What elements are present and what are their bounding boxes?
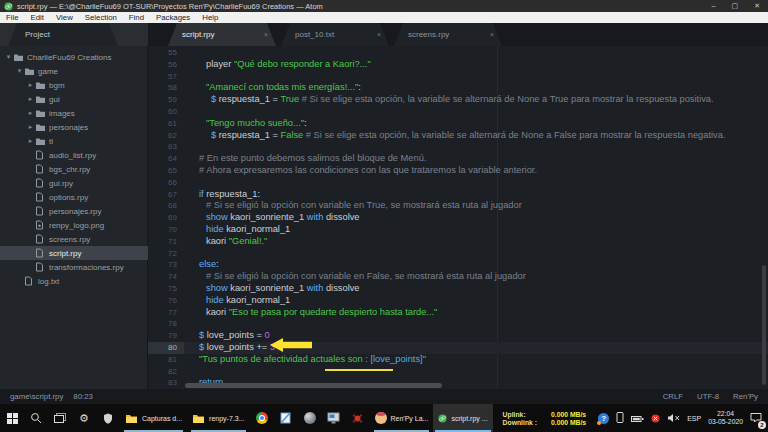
red-app-button[interactable] (346, 404, 370, 432)
tree-item-gui-rpy[interactable]: gui.rpy (0, 176, 148, 190)
tree-item-game[interactable]: ▾game (0, 64, 148, 78)
tab-close-icon[interactable]: × (377, 31, 381, 38)
code-line-79[interactable]: 79$ love_points = 0 (148, 330, 768, 342)
menu-find[interactable]: Find (123, 12, 150, 23)
grammar-indicator[interactable]: Ren'Py (733, 392, 758, 401)
code-line-61[interactable]: 61"Tengo mucho sueño...": (148, 118, 768, 130)
code-line-82[interactable]: 82 (148, 366, 768, 378)
tab-close-icon[interactable]: × (264, 31, 268, 38)
atom-task[interactable]: script.rpy ... (433, 404, 492, 432)
maximize-button[interactable]: ▢ (732, 2, 739, 10)
tree-item-gui[interactable]: ▸gui (0, 92, 148, 106)
code-line-69[interactable]: 69show kaori_sonriente_1 with dissolve (148, 212, 768, 224)
menu-packages[interactable]: Packages (150, 12, 196, 23)
code-line-72[interactable]: 72 (148, 248, 768, 260)
tree-item-transformaciones-rpy[interactable]: transformaciones.rpy (0, 260, 148, 274)
code-line-73[interactable]: 73else: (148, 259, 768, 271)
code-line-81[interactable]: 81"Tus puntos de afectividad actuales so… (148, 354, 768, 366)
tree-item-screens-rpy[interactable]: screens.rpy (0, 232, 148, 246)
text-editor[interactable]: 5556player "Qué debo responder a Kaori?.… (148, 46, 768, 389)
tree-item-images[interactable]: ▸images (0, 106, 148, 120)
tab-script-rpy[interactable]: script.rpy× (168, 23, 276, 46)
tab-project[interactable]: Project (8, 23, 118, 46)
tree-item-bgm[interactable]: ▸bgm (0, 78, 148, 92)
code-line-59[interactable]: 59$ respuesta_1 = True # Si se elige est… (148, 94, 768, 106)
line-number: 68 (148, 200, 184, 212)
tab-screens-rpy[interactable]: screens.rpy× (394, 23, 502, 46)
menu-view[interactable]: View (50, 12, 79, 23)
code-line-74[interactable]: 74# Si se eligió la opción con variable … (148, 271, 768, 283)
tab-close-icon[interactable]: × (490, 31, 494, 38)
monitor-app-button[interactable] (322, 404, 346, 432)
renpy-launcher-task[interactable]: Ren'Py La... (370, 404, 434, 432)
chevron-right-icon[interactable]: ▸ (26, 81, 35, 89)
task-view-button[interactable] (48, 404, 72, 432)
tree-item-options-rpy[interactable]: options.rpy (0, 190, 148, 204)
tab-post-10-txt[interactable]: post_10.txt× (281, 23, 389, 46)
start-button[interactable] (0, 404, 24, 432)
code-line-67[interactable]: 67if respuesta_1: (148, 189, 768, 201)
chrome-button[interactable] (250, 404, 274, 432)
code-line-66[interactable]: 66 (148, 177, 768, 189)
tree-item-personajes-rpy[interactable]: personajes.rpy (0, 204, 148, 218)
code-line-65[interactable]: 65# Ahora expresaremos las condiciones c… (148, 165, 768, 177)
code-line-57[interactable]: 57 (148, 71, 768, 83)
phone-tray-icon[interactable] (616, 409, 624, 427)
search-button[interactable] (24, 404, 48, 432)
tree-item-script-rpy[interactable]: script.rpy (0, 246, 148, 260)
chevron-right-icon[interactable]: ▸ (26, 137, 35, 145)
code-line-80[interactable]: 80$ love_points += 3 (148, 342, 768, 354)
folder-capturas-task[interactable]: Capturas d... (120, 404, 187, 432)
defender-button[interactable] (96, 404, 120, 432)
encoding-indicator[interactable]: UTF-8 (697, 392, 719, 401)
tree-item-audio-list-rpy[interactable]: audio_list.rpy (0, 148, 148, 162)
help-tray-icon[interactable]: ? (598, 413, 609, 424)
code-line-55[interactable]: 55 (148, 47, 768, 59)
sphere-app-button[interactable] (298, 404, 322, 432)
code-line-60[interactable]: 60 (148, 106, 768, 118)
menu-help[interactable]: Help (196, 12, 224, 23)
notepad-button[interactable] (274, 404, 298, 432)
battery-tray-icon[interactable] (631, 409, 644, 427)
horizontal-scrollbar[interactable] (185, 383, 442, 388)
network-speed-monitor[interactable]: Uplink: 0.000 MB/s Downlink : 0.000 MB/s (495, 404, 595, 432)
settings-button[interactable]: ⚙ (72, 404, 96, 432)
menu-selection[interactable]: Selection (79, 12, 123, 23)
language-indicator[interactable]: ESP (687, 415, 701, 422)
tree-item-charliefuu69-creations[interactable]: ▾CharlieFuu69 Creations (0, 50, 148, 64)
vertical-scrollbar[interactable] (762, 265, 766, 385)
action-center-icon[interactable]: 2 (750, 409, 764, 427)
code-line-70[interactable]: 70hide kaori_normal_1 (148, 224, 768, 236)
menu-edit[interactable]: Edit (25, 12, 50, 23)
code-line-78[interactable]: 78 (148, 318, 768, 330)
tree-item-tl[interactable]: ▸tl (0, 134, 148, 148)
tree-item-log-txt[interactable]: log.txt (0, 274, 148, 288)
tree-item-personajes[interactable]: ▸personajes (0, 120, 148, 134)
folder-renpy-task[interactable]: renpy-7.3... (187, 404, 249, 432)
clock[interactable]: 22:04 03-05-2020 (708, 410, 743, 426)
cursor-position[interactable]: 80:23 (73, 392, 93, 401)
alert-tray-icon[interactable] (651, 409, 660, 427)
tree-item-bgs-chr-rpy[interactable]: bgs_chr.rpy (0, 162, 148, 176)
code-line-75[interactable]: 75show kaori_sonriente_1 with dissolve (148, 283, 768, 295)
chevron-right-icon[interactable]: ▸ (26, 95, 35, 103)
volume-muted-icon[interactable] (667, 409, 680, 427)
code-line-56[interactable]: 56player "Qué debo responder a Kaori?...… (148, 59, 768, 71)
chevron-down-icon[interactable]: ▾ (4, 53, 13, 61)
minimize-button[interactable]: – (712, 2, 716, 10)
code-line-58[interactable]: 58"Amanecí con todas mis energías!...": (148, 82, 768, 94)
code-line-63[interactable]: 63 (148, 141, 768, 153)
code-line-62[interactable]: 62$ respuesta_1 = False # Si se elige es… (148, 130, 768, 142)
tree-item-renpy-logo-png[interactable]: renpy_logo.png (0, 218, 148, 232)
menu-file[interactable]: File (0, 12, 25, 23)
line-ending-indicator[interactable]: CRLF (663, 392, 683, 401)
chevron-right-icon[interactable]: ▸ (26, 109, 35, 117)
code-line-76[interactable]: 76hide kaori_normal_1 (148, 295, 768, 307)
chevron-down-icon[interactable]: ▾ (15, 67, 24, 75)
code-line-68[interactable]: 68# Si se eligió la opción con variable … (148, 200, 768, 212)
code-line-64[interactable]: 64# En este punto debemos salirnos del b… (148, 153, 768, 165)
close-button[interactable]: ✕ (754, 2, 760, 10)
code-line-77[interactable]: 77kaori "Eso te pasa por quedarte despie… (148, 307, 768, 319)
code-line-71[interactable]: 71kaori "Genial!." (148, 236, 768, 248)
chevron-right-icon[interactable]: ▸ (26, 123, 35, 131)
